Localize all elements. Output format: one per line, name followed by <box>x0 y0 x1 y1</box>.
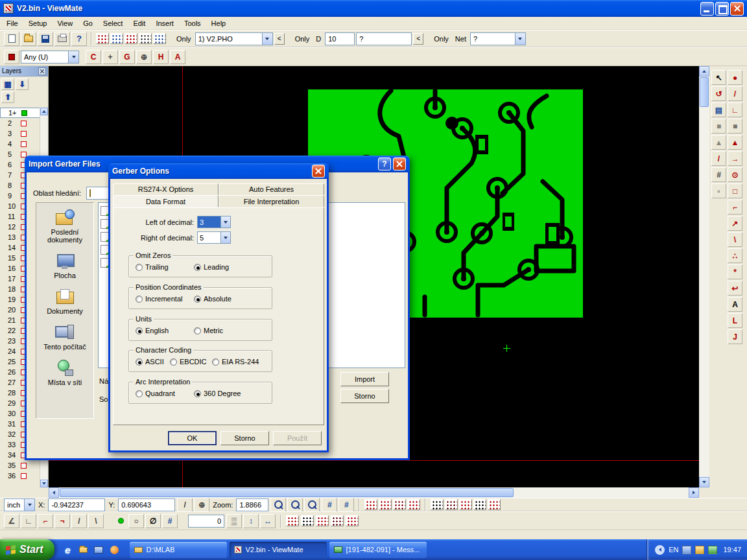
layer-up-icon[interactable]: ⬆ <box>1 91 14 103</box>
tray-shield-icon[interactable] <box>708 546 717 554</box>
close-icon[interactable] <box>38 67 46 75</box>
cancel-button[interactable]: Storno <box>220 431 269 445</box>
start-button[interactable]: Start <box>0 539 54 560</box>
minimize-button[interactable] <box>700 2 714 16</box>
task-button-message[interactable]: [191-482-091] - Mess... <box>329 542 427 558</box>
layer-row[interactable]: 1+ <box>0 108 40 118</box>
chevron-down-icon[interactable] <box>220 232 230 243</box>
radio-english[interactable]: English <box>136 327 169 334</box>
null-aperture-icon[interactable]: ∅ <box>145 514 161 528</box>
layer-select-combo[interactable]: 1) V2.PHO <box>195 32 273 45</box>
radio-icon[interactable] <box>194 390 201 397</box>
chevron-down-icon[interactable] <box>220 216 230 228</box>
layer-row[interactable]: 36 <box>0 471 40 481</box>
radio-icon[interactable] <box>170 358 177 366</box>
pad-pattern-icon[interactable] <box>445 499 458 510</box>
folder-shortcut-icon[interactable] <box>76 542 90 557</box>
goto-icon[interactable]: G <box>119 50 135 64</box>
snap-icon[interactable]: \ <box>88 514 104 528</box>
pad-pattern-icon[interactable] <box>393 499 406 510</box>
layer-color-swatch[interactable] <box>21 110 27 116</box>
arrow-tool[interactable]: → <box>728 151 742 166</box>
radio-icon[interactable] <box>194 296 201 303</box>
place-recent-documents[interactable]: Poslední dokumenty <box>38 209 92 244</box>
film-tool[interactable]: ■ <box>711 119 726 134</box>
polygon-tool[interactable]: ▲ <box>728 135 742 150</box>
radio-360-degree[interactable]: 360 Degree <box>194 390 241 397</box>
task-button-mlab[interactable]: D:\MLAB <box>130 542 227 558</box>
layer-color-swatch[interactable] <box>21 131 27 137</box>
origin-icon[interactable]: ⊕ <box>136 50 152 64</box>
star-tool[interactable]: * <box>728 264 742 279</box>
open-file-icon[interactable] <box>21 32 36 46</box>
radio-ascii[interactable]: ASCII <box>136 358 164 366</box>
context-help-icon[interactable] <box>71 32 87 46</box>
title-bar[interactable]: V2.bin - ViewMate <box>0 0 747 17</box>
only-dcode-label[interactable]: Only <box>292 35 313 43</box>
trace-tool[interactable]: / <box>728 86 742 101</box>
close-button[interactable] <box>393 158 406 170</box>
layer-color-swatch[interactable] <box>21 141 27 147</box>
radio-quadrant[interactable]: Quadrant <box>136 390 175 397</box>
menu-item[interactable]: Setup <box>23 18 53 29</box>
print-icon[interactable] <box>54 32 70 46</box>
aperture-list-icon[interactable] <box>124 33 137 44</box>
task-button-viewmate[interactable]: V2.bin - ViewMate <box>230 542 327 558</box>
grid-toggle-icon[interactable]: # <box>322 498 337 512</box>
close-button[interactable] <box>312 165 325 178</box>
annotate-icon[interactable]: A <box>170 50 185 64</box>
target-icon[interactable]: ⊕ <box>194 498 209 512</box>
browser-icon[interactable] <box>107 542 121 557</box>
radio-icon[interactable] <box>136 358 143 366</box>
tab-data-format[interactable]: Data Format <box>113 195 219 207</box>
layer-row[interactable]: 2 <box>0 118 40 128</box>
grid-value-field[interactable]: 0 <box>188 515 224 528</box>
menu-item[interactable]: Go <box>78 18 98 29</box>
zoom-value-field[interactable]: 1.8866 <box>236 498 268 511</box>
gerber-dialog-title-bar[interactable]: Gerber Options <box>108 163 329 179</box>
radio-incremental[interactable]: Incremental <box>136 295 182 303</box>
measure-distance-icon[interactable]: ∠ <box>4 514 19 528</box>
vector-tool[interactable]: ↗ <box>728 216 742 231</box>
dots-tool[interactable]: ∴ <box>728 248 742 263</box>
pad-pattern-icon[interactable] <box>379 499 392 510</box>
zoom-box-tool[interactable]: ▫ <box>711 183 726 198</box>
menu-item[interactable]: Help <box>206 18 231 29</box>
circle-aperture-icon[interactable]: ○ <box>128 514 144 528</box>
pointer-tool[interactable]: ↖ <box>711 70 726 85</box>
redraw-tool[interactable]: ↺ <box>711 86 726 101</box>
text-tool[interactable]: A <box>728 297 742 312</box>
pad-filter-icon[interactable] <box>139 33 152 44</box>
canvas-horizontal-scrollbar[interactable] <box>49 487 699 498</box>
clear-highlight-icon[interactable]: C <box>86 50 101 64</box>
level-tool[interactable]: L <box>728 313 742 328</box>
layers-table-icon[interactable]: ▦ <box>1 78 14 90</box>
snap-grid-tool[interactable]: # <box>711 167 726 182</box>
pad-pattern-icon[interactable] <box>431 499 444 510</box>
unit-combo[interactable]: inch <box>4 498 35 511</box>
pad-pattern-icon[interactable] <box>407 499 420 510</box>
menu-item[interactable]: Tools <box>179 18 206 29</box>
layer-down-icon[interactable]: ⬇ <box>16 78 29 90</box>
highlight-icon[interactable]: H <box>153 50 169 64</box>
only-layer-label[interactable]: Only <box>174 35 194 43</box>
chevron-down-icon[interactable] <box>24 499 34 511</box>
pad-pattern-icon[interactable] <box>316 515 329 526</box>
measure-angle-icon[interactable]: ∟ <box>21 514 36 528</box>
center-icon[interactable]: + <box>102 50 118 64</box>
circle-tool[interactable]: ⊙ <box>728 167 742 182</box>
zoom-out-icon[interactable] <box>304 498 320 512</box>
select-filter-combo[interactable]: Any (U) <box>21 51 79 64</box>
draw-line-icon[interactable]: / <box>177 498 193 512</box>
elbow-tool[interactable]: ∟ <box>728 102 742 117</box>
hook-tool[interactable]: J <box>728 329 742 344</box>
scroll-right-icon[interactable] <box>689 487 699 498</box>
layer-row[interactable]: 3 <box>0 128 40 139</box>
scroll-up-icon[interactable] <box>40 108 48 115</box>
tray-volume-icon[interactable] <box>695 546 704 554</box>
measure-x-icon[interactable]: ⌐ <box>38 514 53 528</box>
report-icon[interactable] <box>153 33 166 44</box>
mirror-tool[interactable]: ▲ <box>711 135 726 150</box>
pad-pattern-icon[interactable] <box>364 499 377 510</box>
right-of-decimal-combo[interactable]: 5 <box>197 231 231 244</box>
